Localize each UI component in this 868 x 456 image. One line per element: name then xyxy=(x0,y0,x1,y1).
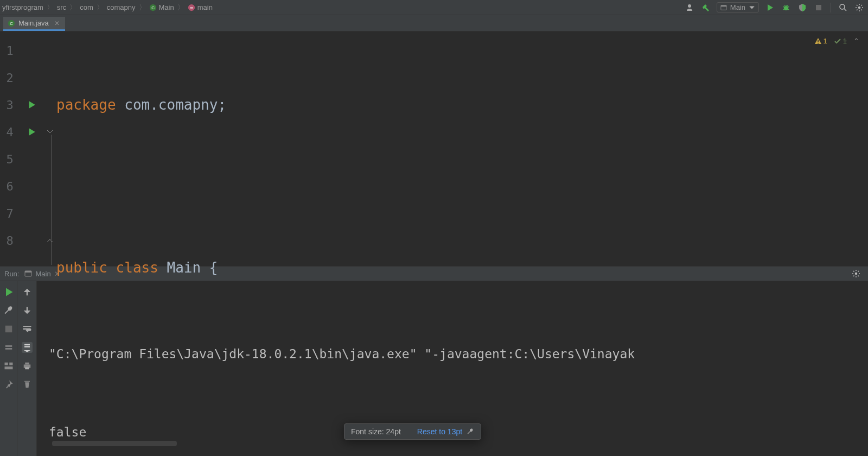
chevron-right-icon: 〉 xyxy=(176,3,186,12)
run-tab[interactable]: Main ✕ xyxy=(24,270,60,278)
svg-text:C: C xyxy=(151,5,155,10)
editor-inspection-status[interactable]: 1 1 ⌃ xyxy=(814,37,859,45)
coverage-icon[interactable] xyxy=(797,2,808,13)
chevron-right-icon: 〉 xyxy=(138,3,147,12)
toolbar-actions: Main xyxy=(684,2,865,13)
line-number-gutter: 1 2 3 4 5 6 7 8 xyxy=(0,31,20,266)
run-tool-window-body: "C:\Program Files\Java\jdk-18.0.2.1\bin\… xyxy=(0,281,868,456)
layout-icon[interactable] xyxy=(3,360,14,371)
svg-rect-12 xyxy=(818,40,819,42)
svg-rect-22 xyxy=(25,363,29,365)
run-panel-title: Run: xyxy=(4,270,19,278)
file-tab-label: Main.java xyxy=(18,19,49,27)
svg-rect-7 xyxy=(816,5,821,10)
gear-icon[interactable] xyxy=(854,2,865,13)
application-icon xyxy=(24,270,32,277)
horizontal-scrollbar[interactable] xyxy=(52,441,177,446)
debug-bug-icon[interactable] xyxy=(781,2,792,13)
breadcrumb-item[interactable]: C Main xyxy=(148,3,175,11)
print-icon[interactable] xyxy=(22,360,33,371)
code-text-area[interactable]: package com.comapny; public class Main {… xyxy=(56,31,868,266)
rerun-play-icon[interactable] xyxy=(3,287,14,297)
fold-gutter xyxy=(43,31,56,266)
file-tab-main-java[interactable]: C Main.java ✕ xyxy=(3,17,65,31)
run-toolbar-primary xyxy=(0,281,17,456)
run-config-selector[interactable]: Main xyxy=(717,2,759,12)
close-icon[interactable]: ✕ xyxy=(54,20,60,27)
arrow-down-icon[interactable] xyxy=(22,305,33,316)
svg-point-8 xyxy=(840,4,845,9)
chevron-right-icon: 〉 xyxy=(46,3,55,12)
svg-point-6 xyxy=(784,6,788,10)
run-gutter-icon[interactable] xyxy=(20,118,43,145)
svg-rect-5 xyxy=(721,5,726,7)
fold-handle-icon[interactable] xyxy=(43,227,56,254)
reset-font-link[interactable]: Reset to 13pt xyxy=(417,427,474,436)
stop-icon[interactable] xyxy=(813,2,824,13)
hammer-build-icon[interactable] xyxy=(700,2,711,13)
dump-threads-icon[interactable] xyxy=(3,342,14,353)
application-icon xyxy=(720,4,727,11)
chevron-right-icon: 〉 xyxy=(68,3,78,12)
run-toolbar-secondary xyxy=(17,281,37,456)
svg-rect-17 xyxy=(5,326,12,333)
gutter-run-icons xyxy=(20,31,43,266)
typo-check-icon xyxy=(834,37,841,45)
svg-rect-19 xyxy=(9,363,12,365)
stop-icon[interactable] xyxy=(3,324,14,334)
chevron-down-icon xyxy=(749,4,755,11)
wrench-icon xyxy=(467,428,474,435)
run-config-label: Main xyxy=(730,3,745,11)
class-icon: C xyxy=(8,20,15,27)
warning-icon xyxy=(814,37,822,45)
top-navigation-bar: yfirstprogram 〉 src 〉 com 〉 comapny 〉 C … xyxy=(0,0,868,15)
arrow-up-icon[interactable] xyxy=(22,287,33,297)
breadcrumb-item[interactable]: com xyxy=(79,3,94,11)
breadcrumb-item[interactable]: m main xyxy=(187,3,214,11)
breadcrumb-item[interactable]: comapny xyxy=(106,3,137,11)
font-size-popup: Font size: 24pt Reset to 13pt xyxy=(344,423,481,440)
user-icon[interactable] xyxy=(684,2,695,13)
fold-handle-icon[interactable] xyxy=(43,118,56,145)
svg-rect-18 xyxy=(4,363,8,365)
run-gutter-icon[interactable] xyxy=(20,91,43,118)
soft-wrap-icon[interactable] xyxy=(22,324,33,334)
toolbar-divider xyxy=(831,3,831,12)
breadcrumb: yfirstprogram 〉 src 〉 com 〉 comapny 〉 C … xyxy=(0,3,214,12)
wrench-icon[interactable] xyxy=(3,305,14,316)
svg-rect-13 xyxy=(818,43,819,44)
svg-rect-23 xyxy=(25,368,29,370)
svg-text:C: C xyxy=(10,21,13,26)
editor-tab-bar: C Main.java ✕ xyxy=(0,15,868,31)
chevron-up-icon[interactable]: ⌃ xyxy=(853,37,859,45)
svg-rect-15 xyxy=(25,271,31,273)
code-editor[interactable]: 1 2 3 4 5 6 7 8 package com.comapny; pub… xyxy=(0,31,868,266)
console-line: "C:\Program Files\Java\jdk-18.0.2.1\bin\… xyxy=(49,341,868,367)
pin-icon[interactable] xyxy=(3,379,14,390)
run-play-icon[interactable] xyxy=(764,2,775,13)
method-icon: m xyxy=(188,4,195,11)
breadcrumb-item[interactable]: yfirstprogram xyxy=(1,3,44,11)
class-icon: C xyxy=(149,4,157,11)
font-size-label: Font size: 24pt xyxy=(351,427,401,436)
trash-icon[interactable] xyxy=(22,379,33,390)
scroll-to-end-icon[interactable] xyxy=(22,342,33,353)
chevron-right-icon: 〉 xyxy=(95,3,105,12)
search-icon[interactable] xyxy=(838,2,848,13)
svg-point-9 xyxy=(858,6,860,8)
breadcrumb-item[interactable]: src xyxy=(56,3,67,11)
svg-text:m: m xyxy=(190,5,193,9)
svg-rect-20 xyxy=(4,366,12,369)
